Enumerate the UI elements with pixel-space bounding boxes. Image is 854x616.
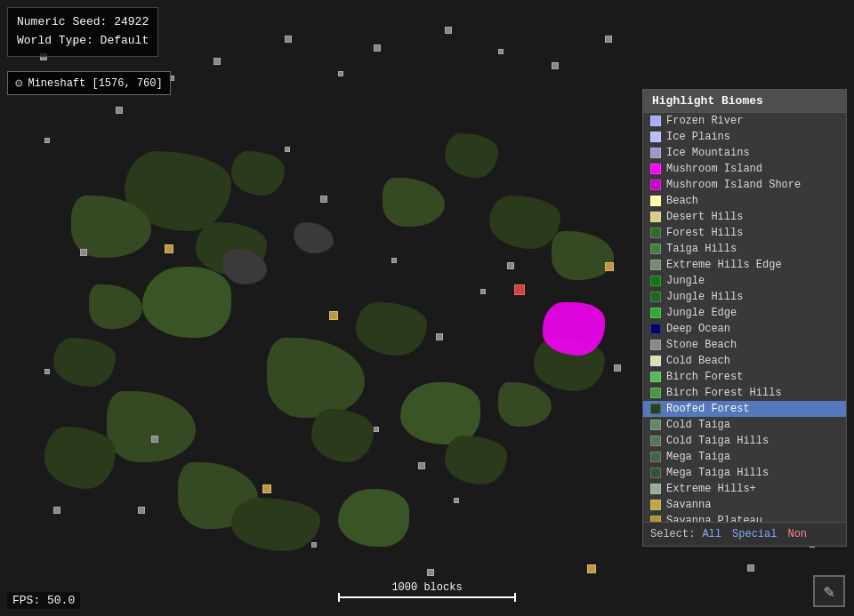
structure-marker bbox=[44, 369, 50, 374]
select-special-button[interactable]: Special bbox=[729, 527, 780, 541]
biome-name-label: Birch Forest Hills bbox=[666, 387, 782, 399]
biome-name-label: Taiga Hills bbox=[666, 243, 737, 255]
biome-item[interactable]: Frozen River bbox=[643, 113, 846, 129]
scale-label: 1000 blocks bbox=[391, 581, 462, 594]
biome-item[interactable]: Cold Taiga Hills bbox=[643, 433, 846, 449]
biome-name-label: Mega Taiga bbox=[666, 451, 730, 463]
house-marker bbox=[514, 284, 525, 295]
biome-item[interactable]: Ice Mountains bbox=[643, 145, 846, 161]
biome-color-swatch bbox=[650, 212, 661, 222]
biome-color-swatch bbox=[650, 484, 661, 494]
biome-color-swatch bbox=[650, 340, 661, 350]
biome-item[interactable]: Mushroom Island bbox=[643, 161, 846, 177]
biome-item[interactable]: Mushroom Island Shore bbox=[643, 177, 846, 193]
info-panel: Numeric Seed: 24922 World Type: Default bbox=[7, 7, 158, 57]
biome-item[interactable]: Jungle bbox=[643, 273, 846, 289]
biome-color-swatch bbox=[650, 164, 661, 174]
select-all-button[interactable]: All bbox=[698, 527, 725, 541]
world-type-label: World Type: Default bbox=[17, 32, 149, 51]
biome-name-label: Forest Hills bbox=[666, 227, 743, 239]
structure-marker bbox=[138, 507, 145, 514]
biome-item[interactable]: Birch Forest Hills bbox=[643, 385, 846, 401]
biome-color-swatch bbox=[650, 132, 661, 142]
structure-marker bbox=[391, 258, 397, 263]
biome-item[interactable]: Mega Taiga Hills bbox=[643, 465, 846, 481]
fps-display: FPS: 50.0 bbox=[7, 592, 80, 609]
biome-item[interactable]: Stone Beach bbox=[643, 337, 846, 353]
biome-color-swatch bbox=[650, 436, 661, 446]
structure-marker bbox=[605, 262, 614, 271]
structure-marker bbox=[614, 364, 621, 372]
biome-name-label: Extreme Hills Edge bbox=[666, 259, 782, 271]
biome-color-swatch bbox=[650, 116, 661, 126]
biome-name-label: Frozen River bbox=[666, 115, 743, 127]
structure-marker bbox=[116, 107, 123, 114]
structure-marker bbox=[498, 49, 504, 54]
biome-item[interactable]: Mega Taiga bbox=[643, 449, 846, 465]
biome-item[interactable]: Jungle Hills bbox=[643, 289, 846, 305]
biome-name-label: Savanna Plateau bbox=[666, 515, 762, 522]
biome-item[interactable]: Cold Beach bbox=[643, 353, 846, 369]
biome-color-swatch bbox=[650, 388, 661, 398]
structure-marker bbox=[165, 244, 173, 253]
biome-name-label: Jungle bbox=[666, 275, 705, 287]
biome-item[interactable]: Extreme Hills Edge bbox=[643, 257, 846, 273]
biome-name-label: Deep Ocean bbox=[666, 323, 730, 335]
biome-item[interactable]: Taiga Hills bbox=[643, 241, 846, 257]
biome-name-label: Mega Taiga Hills bbox=[666, 467, 769, 479]
structure-marker bbox=[454, 498, 459, 503]
biome-name-label: Birch Forest bbox=[666, 371, 743, 383]
biome-color-swatch bbox=[650, 516, 661, 522]
structure-marker bbox=[427, 569, 434, 576]
structure-marker bbox=[214, 58, 221, 65]
biome-item[interactable]: Savanna bbox=[643, 497, 846, 513]
structure-marker bbox=[436, 333, 443, 340]
biome-color-swatch bbox=[650, 420, 661, 430]
biome-item[interactable]: Extreme Hills+ bbox=[643, 481, 846, 497]
biome-name-label: Jungle Edge bbox=[666, 307, 737, 319]
biome-color-swatch bbox=[650, 148, 661, 158]
biome-color-swatch bbox=[650, 500, 661, 510]
structure-marker bbox=[320, 196, 327, 203]
structure-marker bbox=[80, 249, 87, 256]
structure-marker bbox=[418, 462, 425, 469]
structure-marker bbox=[480, 289, 486, 294]
biome-color-swatch bbox=[650, 196, 661, 206]
structure-marker bbox=[445, 27, 452, 34]
biome-color-swatch bbox=[650, 228, 661, 238]
select-non-button[interactable]: Non bbox=[784, 527, 810, 541]
structure-marker bbox=[262, 484, 271, 493]
biome-item[interactable]: Beach bbox=[643, 193, 846, 209]
biome-name-label: Ice Plains bbox=[666, 131, 730, 143]
structure-marker bbox=[507, 262, 514, 269]
structure-marker bbox=[311, 542, 317, 548]
biome-item[interactable]: Deep Ocean bbox=[643, 321, 846, 337]
corner-icon[interactable]: ✎ bbox=[813, 575, 845, 607]
biome-list[interactable]: Frozen RiverIce PlainsIce MountainsMushr… bbox=[643, 113, 846, 522]
structure-marker bbox=[747, 564, 754, 572]
select-label: Select: bbox=[650, 528, 695, 540]
biome-color-swatch bbox=[650, 452, 661, 462]
biome-color-swatch bbox=[650, 244, 661, 254]
biome-name-label: Mushroom Island bbox=[666, 163, 762, 175]
biome-color-swatch bbox=[650, 260, 661, 270]
mushroom-island-blob bbox=[543, 302, 605, 356]
biome-item[interactable]: Jungle Edge bbox=[643, 305, 846, 321]
biome-name-label: Desert Hills bbox=[666, 211, 743, 223]
biome-item[interactable]: Roofed Forest bbox=[643, 401, 846, 417]
biome-item[interactable]: Savanna Plateau bbox=[643, 513, 846, 522]
biome-item[interactable]: Forest Hills bbox=[643, 225, 846, 241]
biome-name-label: Stone Beach bbox=[666, 339, 737, 351]
biome-name-label: Extreme Hills+ bbox=[666, 483, 756, 495]
biome-name-label: Roofed Forest bbox=[666, 403, 750, 415]
structure-marker bbox=[53, 507, 60, 514]
biome-item[interactable]: Desert Hills bbox=[643, 209, 846, 225]
biome-color-swatch bbox=[650, 276, 661, 286]
structure-marker bbox=[285, 147, 290, 152]
biome-item[interactable]: Cold Taiga bbox=[643, 417, 846, 433]
biome-name-label: Savanna bbox=[666, 499, 711, 511]
biome-name-label: Cold Beach bbox=[666, 355, 730, 367]
biome-item[interactable]: Ice Plains bbox=[643, 129, 846, 145]
biome-select-bar: Select: All Special Non bbox=[643, 522, 846, 546]
biome-item[interactable]: Birch Forest bbox=[643, 369, 846, 385]
